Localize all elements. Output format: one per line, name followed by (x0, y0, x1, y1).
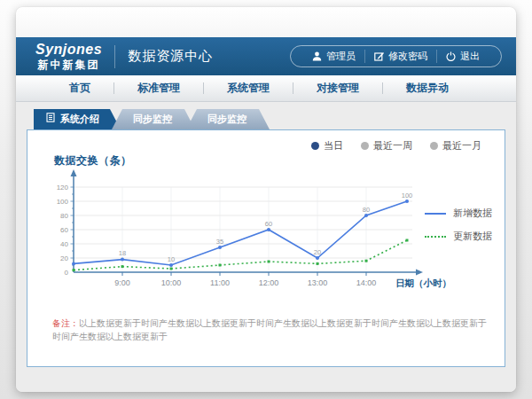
user-menu-admin-label: 管理员 (326, 50, 356, 63)
svg-text:18: 18 (119, 249, 126, 257)
legend-item-new-data: 新增数据 (425, 207, 492, 220)
edit-icon (374, 51, 384, 61)
window-top-strip (16, 7, 516, 37)
svg-text:120: 120 (57, 184, 69, 192)
radio-dot-icon (430, 142, 438, 150)
nav-item-home[interactable]: 首页 (46, 81, 113, 96)
page-title: 数据资源中心 (128, 48, 213, 65)
legend-line-dotted-icon (425, 236, 446, 238)
document-icon (46, 109, 55, 129)
svg-text:0: 0 (65, 269, 69, 277)
filter-last-week-label: 最近一周 (373, 139, 412, 153)
tab-sync-monitor-2[interactable]: 同步监控 (186, 109, 270, 129)
power-icon (446, 51, 456, 61)
logo-text-cn: 新中新集团 (35, 59, 102, 70)
filter-today-label: 当日 (324, 139, 343, 153)
svg-text:20: 20 (314, 248, 321, 256)
radio-dot-icon (361, 142, 369, 150)
svg-text:12:00: 12:00 (259, 278, 279, 287)
chart-legend: 新增数据 更新数据 (425, 207, 492, 253)
nav-item-data-change[interactable]: 数据异动 (383, 81, 472, 96)
line-chart: 0204060801001209:0010:0011:0012:0013:001… (47, 168, 455, 302)
svg-text:100: 100 (402, 192, 413, 200)
tab-system-intro-label: 系统介绍 (60, 109, 99, 129)
legend-updated-data-label: 更新数据 (453, 230, 492, 243)
svg-text:11:00: 11:00 (210, 278, 230, 287)
svg-text:35: 35 (216, 238, 223, 246)
header-divider (114, 45, 115, 68)
user-menu-admin[interactable]: 管理员 (303, 50, 364, 63)
svg-text:日期（小时）: 日期（小时） (395, 278, 451, 289)
tab-system-intro[interactable]: 系统介绍 (34, 109, 121, 129)
legend-line-solid-icon (425, 213, 446, 215)
chart-y-axis-title: 数据交换（条） (54, 153, 132, 168)
chart-panel: 当日 最近一周 最近一月 数据交换（条） 0204060801001209:00… (27, 129, 505, 367)
svg-text:13:00: 13:00 (308, 278, 328, 287)
logo-text-en: Synjones (35, 43, 102, 57)
logo: Synjones 新中新集团 (35, 43, 102, 70)
svg-text:9:00: 9:00 (114, 278, 130, 287)
svg-text:60: 60 (265, 220, 272, 228)
svg-text:10: 10 (168, 255, 175, 263)
svg-text:80: 80 (363, 206, 370, 214)
footnote-text: 以上数据更新于时间产生数据以上数据更新于时间产生数据以上数据更新于时间产生数据以… (52, 318, 487, 341)
filter-last-week[interactable]: 最近一周 (361, 139, 412, 153)
user-icon (312, 51, 322, 61)
footnote: 备注：以上数据更新于时间产生数据以上数据更新于时间产生数据以上数据更新于时间产生… (52, 317, 490, 343)
user-menu: 管理员 修改密码 退出 (290, 45, 502, 67)
user-menu-change-password[interactable]: 修改密码 (364, 50, 436, 63)
tab-sync-monitor-1[interactable]: 同步监控 (112, 109, 195, 129)
header: Synjones 新中新集团 数据资源中心 管理员 修改密码 (16, 37, 516, 75)
app-window: Synjones 新中新集团 数据资源中心 管理员 修改密码 (16, 7, 516, 392)
user-menu-logout-label: 退出 (460, 50, 480, 63)
filter-last-month-label: 最近一月 (442, 139, 481, 153)
legend-new-data-label: 新增数据 (453, 207, 492, 220)
svg-text:100: 100 (57, 198, 69, 206)
radio-dot-icon (311, 142, 319, 150)
nav-item-standard-management[interactable]: 标准管理 (114, 81, 203, 96)
user-menu-change-password-label: 修改密码 (388, 50, 427, 63)
svg-text:80: 80 (60, 212, 68, 220)
svg-text:60: 60 (60, 226, 68, 234)
nav-item-system-management[interactable]: 系统管理 (204, 81, 293, 96)
nav-item-interface-management[interactable]: 对接管理 (293, 81, 382, 96)
svg-text:10:00: 10:00 (161, 278, 182, 287)
content-area: 系统介绍 同步监控 同步监控 当日 最近一周 最近一月 数据交 (16, 102, 516, 392)
footnote-label: 备注： (52, 318, 79, 328)
svg-text:40: 40 (60, 240, 68, 248)
tab-bar: 系统介绍 同步监控 同步监控 (34, 109, 270, 129)
legend-item-updated-data: 更新数据 (425, 230, 492, 243)
svg-text:20: 20 (60, 254, 68, 262)
time-range-filter: 当日 最近一周 最近一月 (311, 139, 481, 153)
main-nav: 首页 标准管理 系统管理 对接管理 数据异动 (16, 75, 516, 102)
svg-text:14:00: 14:00 (356, 278, 377, 287)
user-menu-logout[interactable]: 退出 (436, 50, 489, 63)
filter-last-month[interactable]: 最近一月 (430, 139, 481, 153)
filter-today[interactable]: 当日 (311, 139, 343, 153)
